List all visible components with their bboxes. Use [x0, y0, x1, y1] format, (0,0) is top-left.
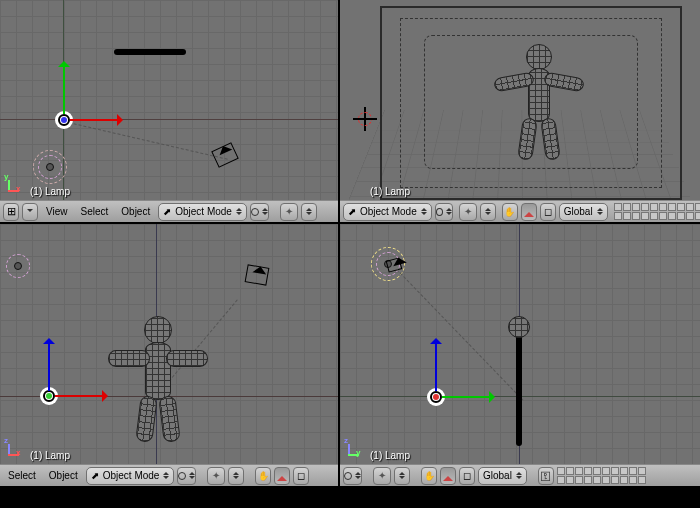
header-top-left[interactable]: ⊞ View Select Object ⬈ Object Mode — [0, 200, 338, 222]
mode-dropdown[interactable]: ⬈ Object Mode — [86, 467, 175, 485]
selection-label: (1) Lamp — [370, 450, 410, 461]
mesh-head-side — [508, 316, 530, 338]
mesh-side-silhouette[interactable] — [516, 322, 522, 446]
lock-button[interactable] — [538, 467, 554, 485]
chevron-down-icon[interactable] — [22, 203, 38, 221]
orientation-dropdown[interactable]: Global — [478, 467, 527, 485]
manip-rotate-button[interactable] — [521, 203, 537, 221]
shading-dropdown[interactable] — [343, 467, 362, 485]
menu-select[interactable]: Select — [3, 470, 41, 481]
mesh-human-figure[interactable] — [488, 44, 588, 164]
menu-select[interactable]: Select — [76, 206, 114, 217]
manip-translate-button[interactable] — [502, 203, 518, 221]
object-mode-icon: ⬈ — [163, 206, 171, 217]
shading-dropdown[interactable] — [435, 203, 453, 221]
viewport-camera[interactable]: (1) Lamp ⬈ Object Mode ◻ Global — [340, 0, 700, 222]
manip-translate-button[interactable] — [255, 467, 271, 485]
mode-dropdown[interactable]: ⬈ Object Mode — [158, 203, 247, 221]
y-axis-arrow[interactable] — [63, 66, 65, 114]
axis-indicator: z y — [344, 436, 370, 462]
split-horizontal[interactable] — [0, 222, 700, 224]
camera-object[interactable] — [245, 264, 270, 286]
pivot-button[interactable] — [207, 467, 225, 485]
object-mode-icon: ⬈ — [348, 206, 356, 217]
x-axis-arrow[interactable] — [55, 395, 103, 397]
selection-label: (1) Lamp — [370, 186, 410, 197]
layer-buttons[interactable] — [557, 467, 646, 484]
pivot-opts-button[interactable] — [301, 203, 317, 221]
axis-indicator: z x — [4, 436, 30, 462]
mesh-top-silhouette[interactable] — [114, 49, 186, 55]
manip-rotate-button[interactable] — [440, 467, 456, 485]
menu-view[interactable]: View — [41, 206, 73, 217]
x-axis-arrow[interactable] — [70, 119, 118, 121]
y-axis-arrow[interactable] — [442, 396, 490, 398]
axis-x — [0, 119, 338, 120]
menu-object[interactable]: Object — [116, 206, 155, 217]
z-axis-arrow[interactable] — [48, 343, 50, 391]
pivot-button[interactable] — [280, 203, 298, 221]
pivot-opts-button[interactable] — [394, 467, 410, 485]
manip-scale-button[interactable]: ◻ — [293, 467, 309, 485]
header-bottom-right[interactable]: ◻ Global — [340, 464, 700, 486]
pivot-opts-button[interactable] — [480, 203, 496, 221]
pivot-button[interactable] — [373, 467, 391, 485]
mode-dropdown[interactable]: ⬈ Object Mode — [343, 203, 432, 221]
z-axis-arrow[interactable] — [435, 343, 437, 391]
pivot-button[interactable] — [459, 203, 477, 221]
header-top-right[interactable]: ⬈ Object Mode ◻ Global — [340, 200, 700, 222]
editor-type-button[interactable]: ⊞ — [3, 203, 19, 221]
viewport-front[interactable]: z x (1) Lamp Select Object ⬈ Object Mode… — [0, 224, 338, 486]
3d-cursor[interactable] — [354, 108, 376, 130]
lamp-object[interactable] — [6, 254, 30, 278]
manip-scale-button[interactable]: ◻ — [540, 203, 556, 221]
menu-object[interactable]: Object — [44, 470, 83, 481]
manip-translate-button[interactable] — [421, 467, 437, 485]
active-marker — [33, 150, 67, 184]
orientation-dropdown[interactable]: Global — [559, 203, 608, 221]
layer-buttons[interactable] — [614, 203, 700, 220]
pivot-opts-button[interactable] — [228, 467, 244, 485]
manip-rotate-button[interactable] — [274, 467, 290, 485]
mesh-human-figure[interactable] — [108, 316, 208, 446]
manip-scale-button[interactable]: ◻ — [459, 467, 475, 485]
viewport-side[interactable]: z y (1) Lamp ◻ Global — [340, 224, 700, 486]
split-vertical[interactable] — [338, 0, 340, 508]
object-mode-icon: ⬈ — [91, 470, 99, 481]
viewport-top[interactable]: y x (1) Lamp ⊞ View Select Object ⬈ Obje… — [0, 0, 338, 222]
header-bottom-left[interactable]: Select Object ⬈ Object Mode ◻ — [0, 464, 338, 486]
selection-label: (1) Lamp — [30, 186, 70, 197]
selection-label: (1) Lamp — [30, 450, 70, 461]
shading-dropdown[interactable] — [250, 203, 269, 221]
shading-dropdown[interactable] — [177, 467, 196, 485]
axis-indicator: y x — [4, 172, 30, 198]
